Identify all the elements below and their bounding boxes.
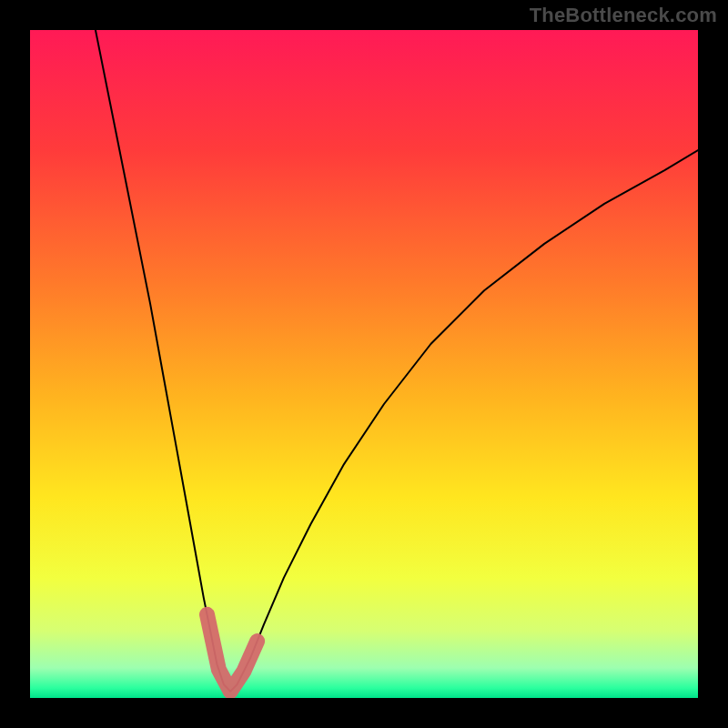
watermark-text: TheBottleneck.com bbox=[530, 4, 717, 27]
optimal-band-overlay bbox=[207, 614, 258, 691]
bottleneck-curve bbox=[30, 30, 698, 692]
plot-curves bbox=[30, 30, 698, 698]
chart-stage: TheBottleneck.com bbox=[0, 0, 728, 728]
